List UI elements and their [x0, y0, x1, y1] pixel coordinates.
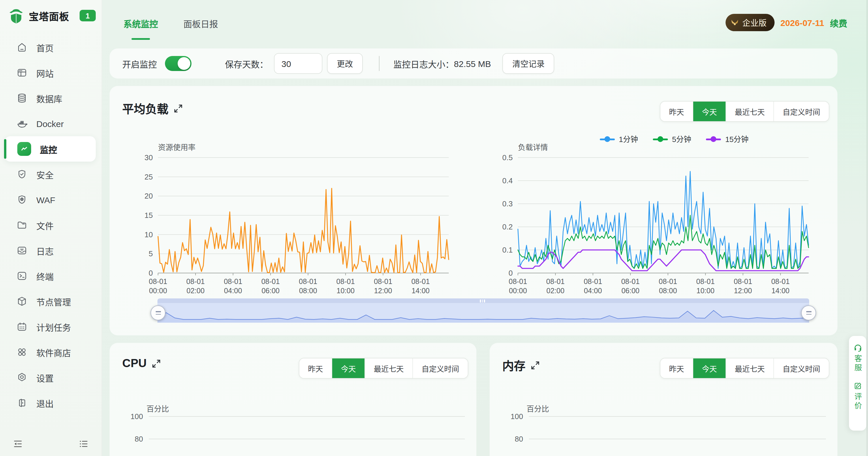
scrollbar[interactable] — [866, 0, 868, 456]
brush-right-handle[interactable] — [801, 305, 816, 320]
expand-icon[interactable] — [531, 361, 539, 369]
range-button-custom[interactable]: 自定义时间 — [773, 102, 829, 121]
brush-left-handle[interactable] — [151, 305, 165, 320]
sidebar-item-logs[interactable]: 日志 — [0, 238, 101, 263]
gear-icon — [16, 372, 28, 383]
sidebar-item-settings[interactable]: 设置 — [0, 365, 101, 390]
svg-text:08-01: 08-01 — [771, 277, 789, 285]
svg-text:30: 30 — [145, 153, 153, 162]
range-button-last7days[interactable]: 最近七天 — [365, 359, 412, 378]
section-title-memory: 内存 — [502, 357, 539, 373]
gridline-row: 100 — [122, 412, 465, 421]
sidebar-item-label: 数据库 — [36, 92, 62, 104]
sidebar-item-site[interactable]: 网站 — [0, 60, 101, 85]
sidebar-item-security[interactable]: 安全 — [0, 162, 101, 187]
sidebar-item-cron[interactable]: 计划任务 — [0, 314, 101, 339]
section-title-cpu: CPU — [122, 357, 160, 370]
expand-icon[interactable] — [152, 359, 160, 367]
range-button-yesterday[interactable]: 昨天 — [299, 359, 332, 378]
load-detail-chart[interactable]: 负载详情 00.10.20.30.40.508-0100:0008-0102:0… — [476, 141, 828, 309]
folder-icon — [16, 219, 28, 231]
sidebar-item-database[interactable]: 数据库 — [0, 85, 101, 111]
sidebar-item-label: 节点管理 — [36, 295, 71, 307]
svg-text:08-01: 08-01 — [621, 277, 640, 285]
svg-text:08-01: 08-01 — [411, 277, 430, 285]
sidebar-item-docker[interactable]: Docker — [0, 111, 101, 136]
renew-link[interactable]: 续费 — [830, 17, 847, 29]
save-days-label: 保存天数： — [225, 57, 268, 69]
section-title-load: 平均负载 — [122, 100, 182, 117]
sidebar-item-monitor[interactable]: 监控 — [5, 136, 96, 162]
expand-icon[interactable] — [174, 104, 182, 112]
change-button[interactable]: 更改 — [327, 53, 363, 74]
range-button-today[interactable]: 今天 — [332, 359, 365, 378]
svg-text:00:00: 00:00 — [509, 287, 527, 295]
svg-text:08-01: 08-01 — [659, 277, 677, 285]
sidebar-item-files[interactable]: 文件 — [0, 212, 101, 238]
tab-bar: 系统监控 面板日报 企业版 2026-07-11 续费 — [101, 0, 868, 41]
range-button-today[interactable]: 今天 — [693, 359, 725, 378]
load-range-group: 昨天今天最近七天自定义时间 — [660, 101, 829, 122]
svg-text:08-01: 08-01 — [224, 277, 242, 285]
sidebar-item-label: 文件 — [36, 219, 54, 231]
sidebar-item-label: 安全 — [36, 168, 54, 180]
time-brush[interactable] — [157, 298, 809, 324]
average-load-card: 平均负载 昨天今天最近七天自定义时间 1分钟 5分钟 15分钟 资源使用率 05… — [110, 86, 837, 335]
resource-usage-chart[interactable]: 资源使用率 05101520253008-0100:0008-0102:0008… — [117, 141, 468, 309]
logs-icon — [16, 245, 28, 256]
chart-title-resource: 资源使用率 — [158, 141, 195, 152]
svg-text:08-01: 08-01 — [374, 277, 392, 285]
chart-title-load-detail: 负载详情 — [518, 141, 548, 152]
sidebar-item-waf[interactable]: WAF — [0, 187, 101, 212]
svg-text:08-01: 08-01 — [734, 277, 752, 285]
range-button-today[interactable]: 今天 — [693, 102, 725, 121]
app-title: 宝塔面板 — [29, 8, 69, 23]
range-button-last7days[interactable]: 最近七天 — [725, 359, 773, 378]
headset-icon — [853, 343, 863, 353]
tab-panel-daily[interactable]: 面板日报 — [183, 17, 218, 29]
brush-band[interactable] — [157, 303, 809, 323]
brush-top-bar[interactable] — [157, 298, 809, 303]
memory-card: 内存 昨天今天最近七天自定义时间 百分比 100 80 — [490, 343, 837, 456]
terminal-icon — [16, 270, 28, 282]
sidebar-item-exit[interactable]: 退出 — [0, 390, 101, 416]
docker-icon — [16, 118, 28, 129]
range-button-last7days[interactable]: 最近七天 — [725, 102, 773, 121]
menu-list-icon[interactable] — [79, 439, 89, 449]
svg-text:5: 5 — [149, 249, 153, 258]
medal-icon — [730, 18, 739, 27]
svg-text:12:00: 12:00 — [374, 287, 392, 295]
svg-text:06:00: 06:00 — [621, 287, 640, 295]
sidebar-item-nodes[interactable]: 节点管理 — [0, 289, 101, 314]
brush-grip-icon[interactable] — [480, 299, 486, 302]
range-button-yesterday[interactable]: 昨天 — [660, 102, 693, 121]
license-expiry-date: 2026-07-11 — [780, 18, 824, 27]
collapse-sidebar-icon[interactable] — [13, 439, 23, 449]
range-button-yesterday[interactable]: 昨天 — [660, 359, 693, 378]
svg-text:12:00: 12:00 — [734, 287, 752, 295]
clear-records-button[interactable]: 清空记录 — [503, 53, 555, 74]
sidebar-item-label: 退出 — [36, 397, 54, 409]
sidebar-item-store[interactable]: 软件商店 — [0, 339, 101, 365]
sidebar-item-home[interactable]: 首页 — [0, 35, 101, 60]
svg-text:14:00: 14:00 — [771, 287, 789, 295]
range-button-custom[interactable]: 自定义时间 — [773, 359, 829, 378]
baota-panel-app: 宝塔面板 1 首页 网站 数据库 Docker 监控 安全 WAF 文件 日志 … — [0, 0, 868, 456]
sidebar-item-terminal[interactable]: 终端 — [0, 263, 101, 289]
svg-text:0.1: 0.1 — [502, 246, 513, 254]
sidebar-item-label: 计划任务 — [36, 321, 71, 333]
review-button[interactable]: 评价 — [852, 381, 863, 411]
customer-service-button[interactable]: 客服 — [852, 343, 863, 373]
range-button-custom[interactable]: 自定义时间 — [412, 359, 468, 378]
enterprise-badge[interactable]: 企业版 — [725, 14, 775, 31]
save-days-input[interactable] — [274, 53, 322, 74]
calendar-icon — [16, 321, 28, 333]
logo[interactable]: 宝塔面板 1 — [8, 7, 96, 24]
svg-text:08:00: 08:00 — [659, 287, 677, 295]
sidebar-item-label: 软件商店 — [36, 346, 71, 358]
svg-text:08-01: 08-01 — [509, 277, 527, 285]
svg-text:0: 0 — [149, 269, 153, 277]
notification-badge[interactable]: 1 — [80, 10, 96, 21]
tab-system-monitor[interactable]: 系统监控 — [123, 17, 158, 29]
monitor-toggle[interactable] — [165, 56, 191, 71]
